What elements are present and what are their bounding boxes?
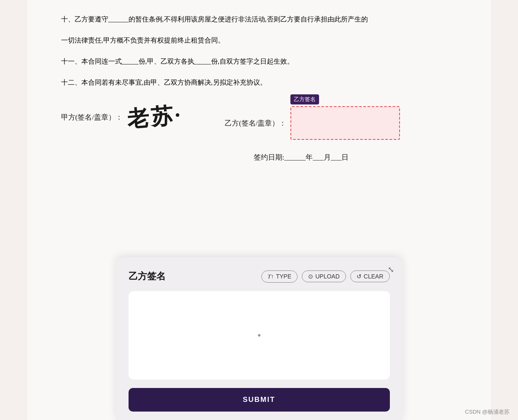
- paragraph-10: 十、乙方要遵守______的暂住条例,不得利用该房屋之便进行非法活动,否则乙方要…: [61, 13, 457, 26]
- date-label: 签约日期:______年___月___日: [254, 153, 349, 161]
- signature-panel: ⤡ 乙方签名 𝑇↑ TYPE ⊙ UPLOAD ↺ CLEAR: [116, 257, 403, 420]
- paragraph-10b-text: 一切法律责任,甲方概不负责并有权提前终止租赁合同。: [61, 37, 225, 44]
- signature-section: 甲方(签名/盖章）： 老苏· 乙方(签名/盖章）： 乙方签名: [61, 106, 457, 140]
- paragraph-12: 十二、本合同若有未尽事宜,由甲、乙双方协商解决,另拟定补充协议。: [61, 76, 457, 89]
- clear-icon: ↺: [357, 273, 362, 280]
- party-a-signature: 甲方(签名/盖章）： 老苏·: [61, 106, 183, 128]
- upload-icon: ⊙: [308, 273, 313, 280]
- paragraph-10-text: 十、乙方要遵守______的暂住条例,不得利用该房屋之便进行非法活动,否则乙方要…: [61, 16, 368, 23]
- canvas-dot: [258, 334, 260, 337]
- party-a-label: 甲方(签名/盖章）：: [61, 112, 123, 122]
- party-a-handwriting: 老苏·: [126, 104, 183, 130]
- party-b-signature: 乙方(签名/盖章）： 乙方签名: [225, 106, 400, 140]
- type-icon: 𝑇↑: [268, 273, 274, 280]
- type-label: TYPE: [276, 273, 292, 280]
- date-section: 签约日期:______年___月___日: [145, 152, 457, 162]
- sig-panel-controls: 𝑇↑ TYPE ⊙ UPLOAD ↺ CLEAR: [261, 270, 390, 283]
- paragraph-11: 十一、本合同连一式_____份,甲、乙双方各执_____份,自双方签字之日起生效…: [61, 55, 457, 68]
- clear-button[interactable]: ↺ CLEAR: [350, 270, 390, 282]
- sig-panel-header: 乙方签名 𝑇↑ TYPE ⊙ UPLOAD ↺ CLEAR: [129, 270, 390, 283]
- sig-box-container: 乙方签名: [290, 106, 400, 140]
- page-content: 十、乙方要遵守______的暂住条例,不得利用该房屋之便进行非法活动,否则乙方要…: [27, 0, 491, 420]
- submit-label: SUBMIT: [243, 396, 275, 404]
- signature-canvas[interactable]: [129, 291, 390, 380]
- watermark: CSDN @杨浦老苏: [465, 408, 510, 416]
- paragraph-10b: 一切法律责任,甲方概不负责并有权提前终止租赁合同。: [61, 34, 457, 47]
- collapse-icon[interactable]: ⤡: [388, 265, 394, 274]
- submit-button[interactable]: SUBMIT: [129, 388, 390, 412]
- upload-button[interactable]: ⊙ UPLOAD: [302, 270, 346, 282]
- paragraph-11-text: 十一、本合同连一式_____份,甲、乙双方各执_____份,自双方签字之日起生效…: [61, 58, 294, 65]
- paragraph-12-text: 十二、本合同若有未尽事宜,由甲、乙双方协商解决,另拟定补充协议。: [61, 79, 267, 86]
- sig-badge: 乙方签名: [290, 94, 319, 104]
- party-b-label: 乙方(签名/盖章）：: [225, 118, 286, 128]
- type-button[interactable]: 𝑇↑ TYPE: [261, 270, 298, 283]
- party-b-sig-box[interactable]: [290, 106, 400, 140]
- clear-label: CLEAR: [364, 273, 384, 280]
- sig-panel-title: 乙方签名: [129, 270, 166, 283]
- upload-label: UPLOAD: [315, 273, 340, 280]
